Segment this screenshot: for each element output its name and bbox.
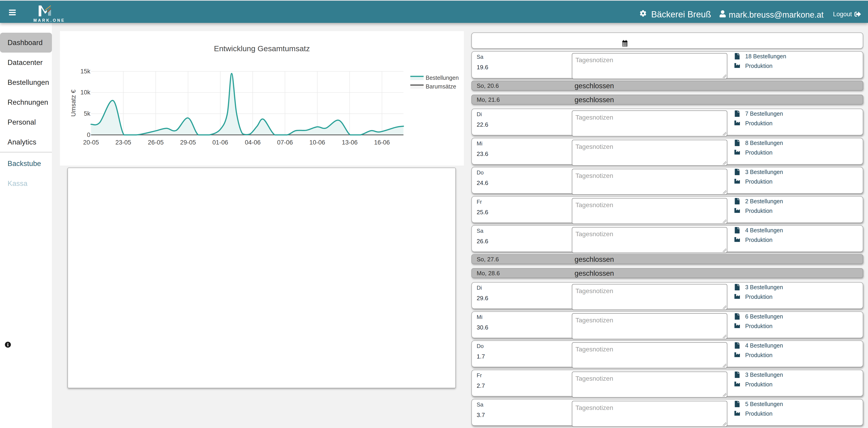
svg-text:0: 0 [87,131,90,138]
svg-text:Umsatz €: Umsatz € [70,89,77,117]
svg-text:Barumsätze: Barumsätze [426,83,456,90]
svg-text:29-05: 29-05 [180,139,196,146]
svg-text:10-06: 10-06 [309,139,325,146]
svg-text:13-06: 13-06 [342,139,358,146]
svg-text:15k: 15k [80,68,90,75]
svg-text:26-05: 26-05 [148,139,163,146]
svg-text:23-05: 23-05 [115,139,131,146]
svg-text:07-06: 07-06 [277,139,293,146]
svg-text:Entwicklung Gesamtumsatz: Entwicklung Gesamtumsatz [214,44,310,53]
svg-text:04-06: 04-06 [245,139,260,146]
svg-text:20-05: 20-05 [83,139,99,146]
svg-text:Bestellungen: Bestellungen [426,74,459,81]
svg-text:10k: 10k [80,89,90,96]
svg-text:16-06: 16-06 [374,139,390,146]
svg-text:01-06: 01-06 [212,139,228,146]
svg-text:5k: 5k [84,110,90,117]
